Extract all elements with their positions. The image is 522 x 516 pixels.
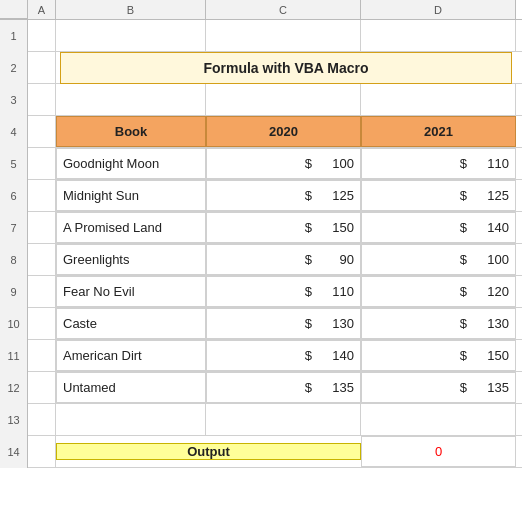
cell-10a[interactable] <box>28 308 56 339</box>
row-4-header: 4 Book 2020 2021 <box>0 116 522 148</box>
row-14: 14 Output 0 <box>0 436 522 468</box>
row-8: 8 Greenlights $90 $100 <box>0 244 522 276</box>
cell-13c[interactable] <box>206 404 361 435</box>
col-header-a: A <box>28 0 56 19</box>
cell-12b[interactable]: Untamed <box>56 372 206 403</box>
row-num-1: 1 <box>0 20 28 52</box>
row-num-6: 6 <box>0 180 28 212</box>
cell-3b[interactable] <box>56 84 206 115</box>
column-headers: A B C D <box>0 0 522 20</box>
row-13: 13 <box>0 404 522 436</box>
table-header-book: Book <box>56 116 206 147</box>
row-3: 3 <box>0 84 522 116</box>
cell-9d[interactable]: $120 <box>361 276 516 307</box>
row-num-4: 4 <box>0 116 28 148</box>
row-num-10: 10 <box>0 308 28 340</box>
row-num-14: 14 <box>0 436 28 468</box>
row-num-11: 11 <box>0 340 28 372</box>
row-num-5: 5 <box>0 148 28 180</box>
output-label: Output <box>56 443 361 460</box>
cell-6a[interactable] <box>28 180 56 211</box>
cell-12a[interactable] <box>28 372 56 403</box>
cell-8a[interactable] <box>28 244 56 275</box>
cell-12d[interactable]: $135 <box>361 372 516 403</box>
row-7: 7 A Promised Land $150 $140 <box>0 212 522 244</box>
cell-13d[interactable] <box>361 404 516 435</box>
title-text: Formula with VBA Macro <box>203 60 368 76</box>
cell-6d[interactable]: $125 <box>361 180 516 211</box>
cell-10d[interactable]: $130 <box>361 308 516 339</box>
cell-8b[interactable]: Greenlights <box>56 244 206 275</box>
row-2: 2 Formula with VBA Macro <box>0 52 522 84</box>
cell-10b[interactable]: Caste <box>56 308 206 339</box>
cell-5d[interactable]: $110 <box>361 148 516 179</box>
cell-12c[interactable]: $135 <box>206 372 361 403</box>
cell-8d[interactable]: $100 <box>361 244 516 275</box>
cell-6b[interactable]: Midnight Sun <box>56 180 206 211</box>
cell-4a[interactable] <box>28 116 56 147</box>
cell-7d[interactable]: $140 <box>361 212 516 243</box>
cell-13a[interactable] <box>28 404 56 435</box>
row-11: 11 American Dirt $140 $150 <box>0 340 522 372</box>
cell-3d[interactable] <box>361 84 516 115</box>
cell-1c[interactable] <box>206 20 361 51</box>
cell-1a[interactable] <box>28 20 56 51</box>
row-num-13: 13 <box>0 404 28 436</box>
row-1: 1 <box>0 20 522 52</box>
cell-1d[interactable] <box>361 20 516 51</box>
cell-9b[interactable]: Fear No Evil <box>56 276 206 307</box>
cell-7b[interactable]: A Promised Land <box>56 212 206 243</box>
output-value[interactable]: 0 <box>361 436 516 467</box>
col-header-b: B <box>56 0 206 19</box>
spreadsheet: A B C D 1 2 Formula with VBA Macro 3 <box>0 0 522 516</box>
table-header-2020: 2020 <box>206 116 361 147</box>
cell-5a[interactable] <box>28 148 56 179</box>
cell-13b[interactable] <box>56 404 206 435</box>
col-header-d: D <box>361 0 516 19</box>
row-12: 12 Untamed $135 $135 <box>0 372 522 404</box>
cell-5c[interactable]: $100 <box>206 148 361 179</box>
col-header-c: C <box>206 0 361 19</box>
output-label-wrapper[interactable]: Output <box>56 436 361 467</box>
cell-6c[interactable]: $125 <box>206 180 361 211</box>
row-9: 9 Fear No Evil $110 $120 <box>0 276 522 308</box>
cell-3c[interactable] <box>206 84 361 115</box>
cell-3a[interactable] <box>28 84 56 115</box>
corner-cell <box>0 0 28 19</box>
row-6: 6 Midnight Sun $125 $125 <box>0 180 522 212</box>
cell-7a[interactable] <box>28 212 56 243</box>
cell-14a[interactable] <box>28 436 56 467</box>
title-box: Formula with VBA Macro <box>60 52 512 84</box>
row-10: 10 Caste $130 $130 <box>0 308 522 340</box>
row-num-12: 12 <box>0 372 28 404</box>
row-num-2: 2 <box>0 52 28 84</box>
cell-2a[interactable] <box>28 52 56 83</box>
cell-10c[interactable]: $130 <box>206 308 361 339</box>
cell-9a[interactable] <box>28 276 56 307</box>
cell-9c[interactable]: $110 <box>206 276 361 307</box>
table-header-2021: 2021 <box>361 116 516 147</box>
cell-1b[interactable] <box>56 20 206 51</box>
cell-11b[interactable]: American Dirt <box>56 340 206 371</box>
row-5: 5 Goodnight Moon $100 $110 <box>0 148 522 180</box>
cell-5b[interactable]: Goodnight Moon <box>56 148 206 179</box>
row-num-3: 3 <box>0 84 28 116</box>
row-num-9: 9 <box>0 276 28 308</box>
title-merged-cell[interactable]: Formula with VBA Macro <box>56 52 516 83</box>
cell-11c[interactable]: $140 <box>206 340 361 371</box>
cell-7c[interactable]: $150 <box>206 212 361 243</box>
row-num-7: 7 <box>0 212 28 244</box>
cell-8c[interactable]: $90 <box>206 244 361 275</box>
cell-11d[interactable]: $150 <box>361 340 516 371</box>
row-num-8: 8 <box>0 244 28 276</box>
grid-body: 1 2 Formula with VBA Macro 3 <box>0 20 522 516</box>
cell-11a[interactable] <box>28 340 56 371</box>
